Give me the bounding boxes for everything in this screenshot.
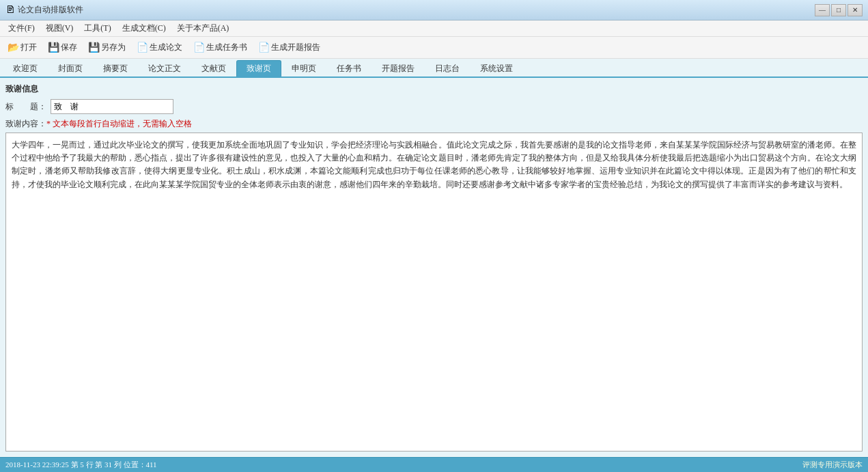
tab-declaration[interactable]: 申明页 bbox=[281, 60, 326, 77]
toolbar-btn-label-genreport: 生成开题报告 bbox=[271, 42, 320, 53]
tab-welcome[interactable]: 欢迎页 bbox=[3, 60, 48, 77]
tab-task[interactable]: 任务书 bbox=[326, 60, 372, 77]
menu-bar: 文件(F)视图(V)工具(T)生成文档(C)关于本产品(A) bbox=[0, 20, 868, 37]
window-controls: — □ ✕ bbox=[815, 4, 863, 16]
hint-text: * 文本每段首行自动缩进，无需输入空格 bbox=[46, 118, 192, 130]
status-left: 2018-11-23 22:39:25 第 5 行 第 31 列 位置：411 bbox=[5, 460, 802, 470]
tab-cover[interactable]: 封面页 bbox=[48, 60, 93, 77]
tab-settings[interactable]: 系统设置 bbox=[470, 60, 523, 77]
title-text: 论文自动排版软件 bbox=[18, 4, 815, 16]
content-area: 致谢信息 标 题： 致谢内容： * 文本每段首行自动缩进，无需输入空格 大学四年… bbox=[0, 78, 868, 457]
toolbar-btn-gentask[interactable]: 📄生成任务书 bbox=[188, 39, 252, 57]
gentask-icon: 📄 bbox=[193, 42, 204, 53]
tab-abstract[interactable]: 摘要页 bbox=[93, 60, 138, 77]
title-label: 标 题： bbox=[5, 101, 46, 113]
app-icon: 🖹 bbox=[5, 5, 15, 16]
hint-label: 致谢内容： bbox=[5, 118, 46, 130]
hint-row: 致谢内容： * 文本每段首行自动缩进，无需输入空格 bbox=[5, 118, 863, 130]
tab-opening[interactable]: 开题报告 bbox=[372, 60, 425, 77]
title-input[interactable] bbox=[51, 99, 173, 114]
menu-item-file[interactable]: 文件(F) bbox=[3, 21, 40, 36]
open-icon: 📂 bbox=[8, 42, 18, 53]
toolbar-btn-label-save: 保存 bbox=[61, 42, 77, 53]
toolbar-btn-label-gentask: 生成任务书 bbox=[206, 42, 247, 53]
toolbar-btn-genlun[interactable]: 📄生成论文 bbox=[132, 39, 187, 57]
toolbar-btn-open[interactable]: 📂打开 bbox=[3, 39, 42, 57]
genreport-icon: 📄 bbox=[258, 42, 269, 53]
toolbar-btn-label-open: 打开 bbox=[20, 42, 37, 53]
genlun-icon: 📄 bbox=[137, 42, 148, 53]
close-button[interactable]: ✕ bbox=[848, 4, 863, 16]
status-right: 评测专用演示版本 bbox=[802, 460, 863, 470]
toolbar-btn-label-genlun: 生成论文 bbox=[150, 42, 182, 53]
section-title: 致谢信息 bbox=[5, 83, 863, 95]
title-bar: 🖹 论文自动排版软件 — □ ✕ bbox=[0, 0, 868, 20]
tab-thanks[interactable]: 致谢页 bbox=[236, 60, 281, 77]
maximize-button[interactable]: □ bbox=[831, 4, 846, 16]
saveas-icon: 💾 bbox=[88, 42, 99, 53]
tabs: 欢迎页封面页摘要页论文正文文献页致谢页申明页任务书开题报告日志台系统设置 bbox=[0, 59, 868, 78]
tab-body[interactable]: 论文正文 bbox=[138, 60, 191, 77]
toolbar: 📂打开💾保存💾另存为📄生成论文📄生成任务书📄生成开题报告 bbox=[0, 37, 868, 59]
tab-log[interactable]: 日志台 bbox=[425, 60, 470, 77]
toolbar-btn-genreport[interactable]: 📄生成开题报告 bbox=[253, 39, 325, 57]
menu-item-view[interactable]: 视图(V) bbox=[40, 21, 79, 36]
menu-item-generate[interactable]: 生成文档(C) bbox=[117, 21, 171, 36]
toolbar-btn-saveas[interactable]: 💾另存为 bbox=[83, 39, 130, 57]
menu-item-tools[interactable]: 工具(T) bbox=[79, 21, 116, 36]
tab-references[interactable]: 文献页 bbox=[191, 60, 236, 77]
toolbar-btn-label-saveas: 另存为 bbox=[101, 42, 126, 53]
save-icon: 💾 bbox=[48, 42, 59, 53]
minimize-button[interactable]: — bbox=[815, 4, 830, 16]
main-content-area[interactable]: 大学四年，一晃而过，通过此次毕业论文的撰写，使我更加系统全面地巩固了专业知识，学… bbox=[5, 133, 863, 452]
form-row: 标 题： bbox=[5, 99, 863, 114]
toolbar-btn-save[interactable]: 💾保存 bbox=[43, 39, 82, 57]
status-bar: 2018-11-23 22:39:25 第 5 行 第 31 列 位置：411 … bbox=[0, 457, 868, 472]
menu-item-about[interactable]: 关于本产品(A) bbox=[171, 21, 235, 36]
